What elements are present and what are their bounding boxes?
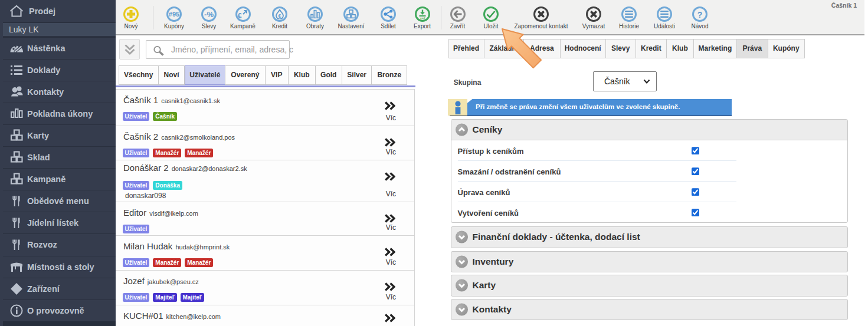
svg-text:?: ? [697,10,703,19]
